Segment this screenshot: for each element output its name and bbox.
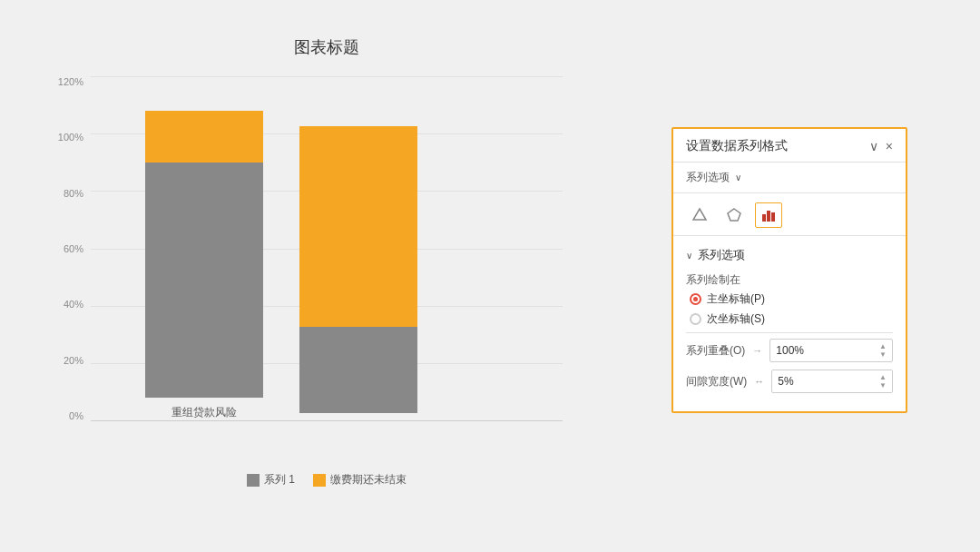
panel-title: 设置数据系列格式 [686, 138, 788, 154]
bar-group-2 [299, 126, 417, 420]
legend-item-2: 缴费期还未结束 [313, 472, 407, 488]
svg-marker-1 [728, 209, 740, 221]
icon-tab-shape[interactable] [686, 202, 713, 228]
format-panel: 设置数据系列格式 ∨ × 系列选项 ∨ ∨ [671, 127, 907, 413]
series-selector-label: 系列选项 [686, 170, 730, 185]
y-axis: 120% 100% 80% 60% 40% 20% 0% [54, 76, 91, 421]
radio-primary-circle [690, 293, 701, 305]
gap-value: 5% [778, 375, 793, 388]
bar-1-gray [145, 163, 263, 398]
legend-label-1: 系列 1 [264, 472, 295, 488]
bar-2 [299, 126, 417, 413]
y-label-40: 40% [54, 299, 83, 310]
overlap-input[interactable]: 100% ▲ ▼ [769, 339, 893, 362]
overlap-spinner[interactable]: ▲ ▼ [879, 342, 887, 359]
radio-secondary-circle [690, 313, 701, 325]
overlap-value: 100% [776, 344, 804, 357]
gap-spinner[interactable]: ▲ ▼ [879, 373, 887, 389]
close-icon[interactable]: × [886, 139, 893, 153]
bar-2-gray [299, 327, 417, 413]
subsection-label: 系列绘制在 [686, 272, 893, 288]
icon-tabs [673, 193, 906, 236]
chart-area: 120% 100% 80% 60% 40% 20% 0% [91, 76, 563, 458]
radio-primary-label: 主坐标轴(P) [707, 291, 765, 307]
overlap-label: 系列重叠(O) [686, 343, 745, 359]
y-label-60: 60% [54, 243, 83, 254]
legend-item-1: 系列 1 [247, 472, 295, 488]
series-dropdown-icon: ∨ [735, 172, 741, 182]
y-label-100: 100% [54, 132, 83, 143]
icon-tab-bar[interactable] [755, 202, 782, 228]
bar-group-1: 重组贷款风险 [145, 111, 263, 420]
y-label-80: 80% [54, 188, 83, 199]
svg-rect-3 [767, 211, 770, 222]
section-chevron-icon: ∨ [686, 251, 692, 261]
gap-row: 间隙宽度(W) ↔ 5% ▲ ▼ [686, 370, 893, 393]
gap-label: 间隙宽度(W) [686, 374, 747, 389]
radio-secondary-label: 次坐标轴(S) [707, 311, 765, 327]
chart-container: 图表标题 120% 100% 80% 60% 40% 20% 0% [54, 36, 563, 518]
legend: 系列 1 缴费期还未结束 [91, 472, 563, 488]
y-label-0: 0% [54, 410, 83, 421]
legend-label-2: 缴费期还未结束 [330, 472, 407, 488]
panel-header: 设置数据系列格式 ∨ × [673, 129, 906, 163]
chevron-down-icon[interactable]: ∨ [869, 139, 878, 153]
svg-rect-2 [762, 214, 766, 222]
svg-rect-4 [771, 212, 775, 222]
gap-icon: ↔ [754, 376, 764, 387]
panel-body: ∨ 系列选项 系列绘制在 主坐标轴(P) 次坐标轴(S) 系列重叠(O) → 1… [673, 236, 906, 411]
panel-header-icons: ∨ × [869, 139, 893, 153]
bar-2-orange [299, 126, 417, 327]
bar-1 [145, 111, 263, 398]
y-label-20: 20% [54, 355, 83, 366]
chart-plot: 重组贷款风险 [91, 76, 563, 421]
section-title: 系列选项 [698, 247, 745, 263]
legend-color-gray [247, 474, 260, 487]
series-selector[interactable]: 系列选项 ∨ [673, 163, 906, 193]
section-header: ∨ 系列选项 [686, 247, 893, 263]
x-label-1: 重组贷款风险 [172, 405, 237, 420]
icon-tab-pentagon[interactable] [720, 202, 748, 228]
divider-1 [686, 332, 893, 333]
radio-group: 主坐标轴(P) 次坐标轴(S) [686, 291, 893, 327]
svg-marker-0 [693, 209, 706, 220]
radio-primary-axis[interactable]: 主坐标轴(P) [690, 291, 893, 307]
radio-secondary-axis[interactable]: 次坐标轴(S) [690, 311, 893, 327]
overlap-row: 系列重叠(O) → 100% ▲ ▼ [686, 339, 893, 362]
gap-input[interactable]: 5% ▲ ▼ [771, 370, 893, 393]
grid-line-120 [91, 76, 563, 77]
legend-color-orange [313, 474, 326, 487]
chart-title: 图表标题 [91, 36, 563, 58]
overlap-icon: → [752, 345, 762, 356]
bar-1-orange [145, 111, 263, 163]
y-label-120: 120% [54, 76, 83, 87]
